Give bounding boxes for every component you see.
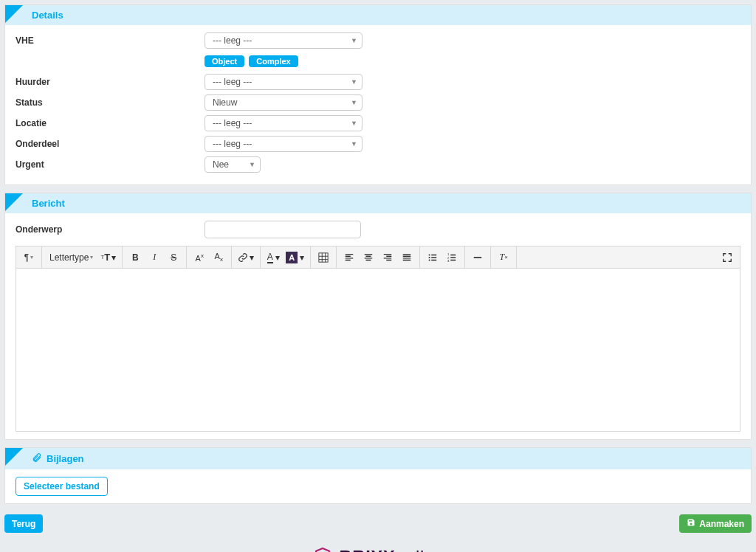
- align-right-icon: [382, 252, 393, 263]
- align-center-icon: [363, 252, 374, 263]
- header-corner: [5, 448, 23, 466]
- brand-logo: BRIXXonline: [4, 540, 752, 552]
- logo-icon: [312, 546, 334, 552]
- clear-format-button[interactable]: T×: [494, 248, 513, 267]
- label-vhe: VHE: [16, 35, 205, 46]
- label-status: Status: [16, 97, 205, 108]
- back-button[interactable]: Terug: [4, 514, 43, 533]
- font-label: Lettertype: [49, 252, 89, 263]
- chevron-down-icon: ▼: [351, 78, 357, 86]
- chevron-down-icon: ▾: [300, 252, 304, 263]
- bijlagen-header: Bijlagen: [5, 448, 751, 469]
- font-family-button[interactable]: Lettertype▾: [45, 248, 97, 267]
- brand-light: online: [395, 547, 444, 552]
- editor-textarea[interactable]: [16, 269, 740, 431]
- row-vhe: VHE --- leeg --- ▼: [16, 32, 740, 49]
- paperclip-icon: [32, 452, 42, 465]
- font-size-button[interactable]: TT▾: [97, 248, 119, 267]
- link-icon: [238, 252, 248, 263]
- create-button[interactable]: Aanmaken: [679, 514, 752, 533]
- highlight-icon: A: [286, 252, 298, 263]
- header-corner: [5, 193, 23, 211]
- large-t-icon: T: [104, 252, 110, 263]
- row-tags: Object Complex: [16, 53, 740, 69]
- urgent-select[interactable]: Nee ▼: [205, 156, 261, 173]
- align-center-button[interactable]: [359, 248, 378, 267]
- table-icon: [318, 252, 329, 263]
- text-color-button[interactable]: A▾: [264, 248, 283, 267]
- create-label: Aanmaken: [699, 519, 744, 529]
- align-right-button[interactable]: [378, 248, 397, 267]
- table-button[interactable]: [314, 248, 333, 267]
- onderdeel-value: --- leeg ---: [213, 139, 252, 149]
- unordered-list-button[interactable]: [423, 248, 442, 267]
- italic-button[interactable]: I: [145, 248, 164, 267]
- svg-point-7: [429, 259, 430, 261]
- huurder-value: --- leeg ---: [213, 77, 252, 87]
- pilcrow-icon: ¶: [24, 252, 29, 263]
- chevron-down-icon: ▾: [275, 252, 280, 263]
- status-select[interactable]: Nieuw ▼: [205, 94, 362, 111]
- chevron-down-icon: ▼: [351, 140, 357, 148]
- horizontal-rule-button[interactable]: [468, 248, 487, 267]
- bold-button[interactable]: B: [126, 248, 145, 267]
- label-onderwerp: Onderwerp: [16, 224, 205, 235]
- align-justify-button[interactable]: [397, 248, 416, 267]
- hr-icon: [472, 252, 483, 263]
- row-urgent: Urgent Nee ▼: [16, 156, 740, 173]
- bericht-body: Onderwerp ¶▾ Lettertype▾ TT▾: [5, 213, 751, 439]
- save-icon: [687, 518, 695, 529]
- bericht-header: Bericht: [5, 193, 751, 213]
- bijlagen-panel: Bijlagen Selecteer bestand: [4, 447, 752, 504]
- details-header: Details: [5, 5, 751, 25]
- urgent-value: Nee: [213, 159, 229, 170]
- vhe-select[interactable]: --- leeg --- ▼: [205, 32, 362, 49]
- label-urgent: Urgent: [16, 159, 205, 170]
- highlight-color-button[interactable]: A▾: [283, 248, 307, 267]
- chevron-down-icon: ▼: [351, 37, 357, 44]
- align-left-icon: [344, 252, 354, 263]
- footer: Terug Aanmaken: [4, 511, 752, 540]
- chevron-down-icon: ▾: [30, 254, 33, 261]
- align-left-button[interactable]: [340, 248, 359, 267]
- label-onderdeel: Onderdeel: [16, 139, 205, 149]
- label-locatie: Locatie: [16, 118, 205, 128]
- brand-bold: BRIXX: [340, 547, 396, 552]
- row-huurder: Huurder --- leeg --- ▼: [16, 74, 740, 90]
- ordered-list-button[interactable]: 123: [442, 248, 461, 267]
- link-button[interactable]: ▾: [235, 248, 257, 267]
- vhe-value: --- leeg ---: [213, 35, 252, 46]
- row-onderdeel: Onderdeel --- leeg --- ▼: [16, 136, 740, 152]
- row-onderwerp: Onderwerp: [16, 221, 740, 238]
- editor-toolbar: ¶▾ Lettertype▾ TT▾ B I S: [16, 246, 740, 269]
- chevron-down-icon: ▾: [250, 252, 254, 263]
- header-corner: [5, 5, 23, 23]
- details-panel: Details VHE --- leeg --- ▼ Object Comple…: [4, 4, 752, 185]
- ul-icon: [427, 252, 438, 263]
- tag-object[interactable]: Object: [205, 55, 244, 67]
- align-justify-icon: [402, 252, 412, 263]
- svg-rect-0: [319, 252, 328, 261]
- onderdeel-select[interactable]: --- leeg --- ▼: [205, 136, 362, 152]
- locatie-value: --- leeg ---: [213, 118, 252, 128]
- superscript-button[interactable]: Ax: [190, 248, 209, 267]
- brand-text: BRIXXonline: [340, 547, 445, 552]
- bijlagen-body: Selecteer bestand: [5, 469, 751, 503]
- paragraph-format-button[interactable]: ¶▾: [19, 248, 38, 267]
- svg-text:3: 3: [447, 259, 450, 263]
- row-status: Status Nieuw ▼: [16, 94, 740, 111]
- subscript-button[interactable]: Ax: [209, 248, 228, 267]
- chevron-down-icon: ▾: [90, 254, 93, 261]
- bericht-panel: Bericht Onderwerp ¶▾ Lettertype▾: [4, 193, 752, 440]
- details-body: VHE --- leeg --- ▼ Object Complex Huurde…: [5, 25, 751, 184]
- onderwerp-input[interactable]: [205, 221, 361, 238]
- label-huurder: Huurder: [16, 77, 205, 87]
- select-file-button[interactable]: Selecteer bestand: [16, 477, 108, 496]
- strikethrough-button[interactable]: S: [164, 248, 183, 267]
- tag-complex[interactable]: Complex: [249, 55, 298, 67]
- chevron-down-icon: ▼: [249, 161, 255, 168]
- details-title: Details: [32, 10, 63, 21]
- locatie-select[interactable]: --- leeg --- ▼: [205, 115, 362, 131]
- fullscreen-button[interactable]: [718, 248, 737, 267]
- huurder-select[interactable]: --- leeg --- ▼: [205, 74, 362, 90]
